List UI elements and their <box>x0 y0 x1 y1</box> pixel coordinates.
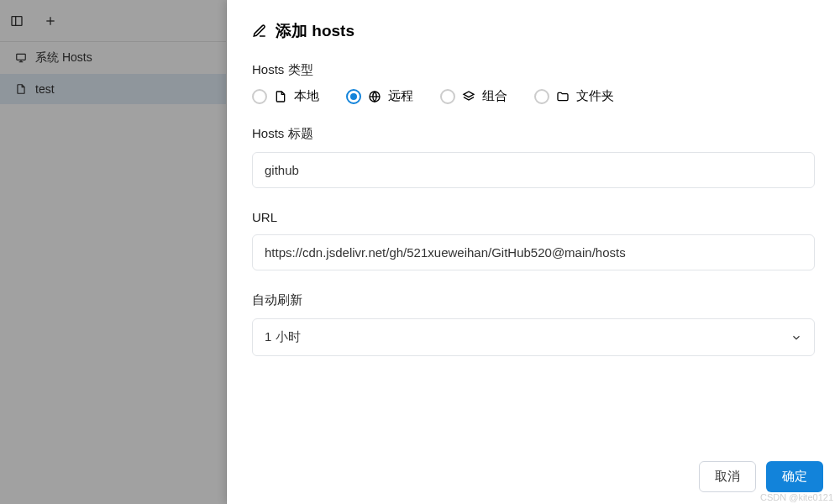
hosts-type-label: Hosts 类型 <box>252 62 815 78</box>
panel-footer: 取消 确定 <box>227 449 840 504</box>
url-label: URL <box>252 210 815 224</box>
option-label: 本地 <box>294 88 319 104</box>
hosts-title-input[interactable] <box>252 152 815 188</box>
layers-icon <box>462 90 475 103</box>
hosts-title-label: Hosts 标题 <box>252 126 815 142</box>
type-option-folder[interactable]: 文件夹 <box>534 88 614 104</box>
option-label: 远程 <box>388 88 413 104</box>
file-icon <box>274 90 287 103</box>
panel-title-text: 添加 hosts <box>276 20 354 42</box>
radio-indicator <box>346 89 361 104</box>
type-option-local[interactable]: 本地 <box>252 88 319 104</box>
radio-indicator <box>534 89 549 104</box>
panel-title: 添加 hosts <box>252 20 815 42</box>
hosts-type-options: 本地 远程 组合 文件夹 <box>252 88 815 104</box>
type-option-remote[interactable]: 远程 <box>346 88 413 104</box>
radio-indicator <box>440 89 455 104</box>
add-hosts-panel: 添加 hosts Hosts 类型 本地 远程 组合 文件夹 <box>227 0 840 504</box>
type-option-group[interactable]: 组合 <box>440 88 507 104</box>
refresh-label: 自动刷新 <box>252 292 815 308</box>
folder-icon <box>556 90 570 103</box>
svg-marker-9 <box>464 92 474 97</box>
confirm-button[interactable]: 确定 <box>766 461 823 492</box>
refresh-select[interactable]: 1 小时 <box>252 318 815 356</box>
option-label: 文件夹 <box>576 88 614 104</box>
select-value: 1 小时 <box>265 329 301 345</box>
radio-indicator <box>252 89 267 104</box>
edit-icon <box>252 24 267 39</box>
url-input[interactable] <box>252 234 815 270</box>
globe-icon <box>368 90 381 103</box>
watermark: CSDN @kite0121 <box>760 492 833 502</box>
chevron-down-icon <box>790 332 802 344</box>
option-label: 组合 <box>482 88 507 104</box>
cancel-button[interactable]: 取消 <box>699 461 756 492</box>
